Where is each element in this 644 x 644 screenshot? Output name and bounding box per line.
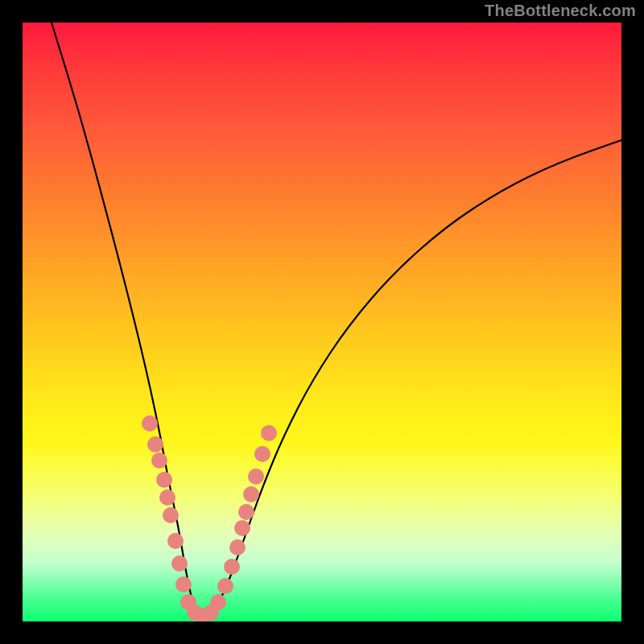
data-marker: [234, 520, 250, 536]
data-marker: [243, 486, 259, 502]
data-marker: [159, 489, 175, 506]
data-marker: [248, 469, 264, 485]
curve-right-arm: [203, 140, 621, 618]
data-marker: [142, 415, 158, 431]
data-marker: [171, 555, 188, 572]
plot-area: [23, 23, 621, 621]
data-marker: [238, 504, 254, 520]
curve-left-arm: [52, 23, 203, 618]
data-marker: [151, 452, 167, 469]
data-marker: [156, 472, 172, 488]
data-marker: [147, 436, 163, 452]
chart-svg: [23, 23, 621, 621]
data-marker: [217, 578, 233, 594]
data-marker: [229, 539, 246, 555]
watermark-text: TheBottleneck.com: [485, 2, 636, 20]
data-marker: [224, 559, 240, 575]
data-marker: [261, 425, 277, 441]
data-markers: [142, 415, 277, 621]
data-marker: [210, 594, 226, 610]
data-marker: [254, 446, 270, 462]
data-marker: [163, 507, 179, 523]
data-marker: [167, 533, 184, 549]
data-marker: [175, 576, 192, 592]
